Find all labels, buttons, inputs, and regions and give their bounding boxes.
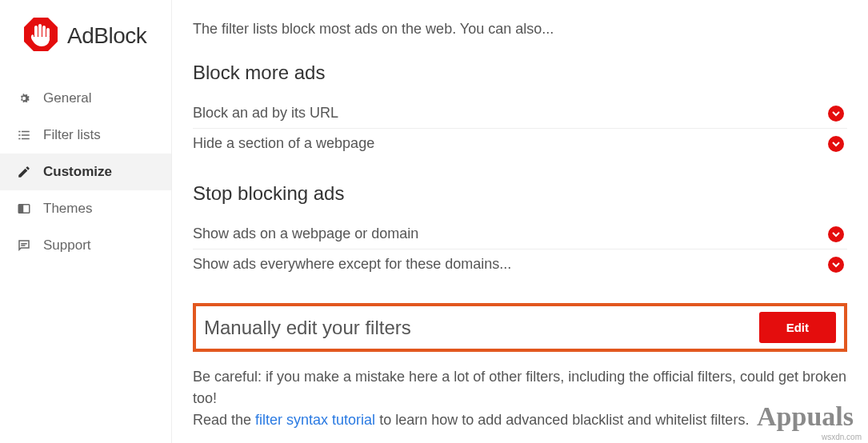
block-more-section: Block more ads Block an ad by its URL Hi… bbox=[193, 62, 847, 158]
manual-edit-title: Manually edit your filters bbox=[204, 317, 411, 339]
sidebar-item-label: Themes bbox=[43, 201, 92, 217]
sidebar-item-general[interactable]: General bbox=[0, 80, 171, 117]
pencil-icon bbox=[16, 164, 32, 180]
section-title-block-more: Block more ads bbox=[193, 62, 847, 84]
row-label: Show ads on a webpage or domain bbox=[193, 225, 418, 242]
chevron-down-icon bbox=[828, 257, 844, 273]
svg-rect-10 bbox=[22, 138, 30, 140]
sidebar-item-customize[interactable]: Customize bbox=[0, 154, 171, 190]
chevron-down-icon bbox=[828, 106, 844, 122]
gear-icon bbox=[16, 90, 32, 106]
svg-rect-8 bbox=[22, 134, 30, 136]
filter-syntax-link[interactable]: filter syntax tutorial bbox=[255, 412, 375, 428]
svg-rect-4 bbox=[46, 28, 50, 38]
row-show-ads-domain[interactable]: Show ads on a webpage or domain bbox=[193, 219, 847, 249]
row-block-by-url[interactable]: Block an ad by its URL bbox=[193, 98, 847, 129]
list-icon bbox=[16, 127, 32, 143]
brand-logo: AdBlock bbox=[0, 16, 171, 80]
svg-rect-7 bbox=[18, 134, 20, 136]
svg-rect-6 bbox=[22, 131, 30, 133]
footer-warning: Be careful: if you make a mistake here a… bbox=[193, 366, 847, 431]
edit-button[interactable]: Edit bbox=[759, 312, 836, 343]
svg-rect-12 bbox=[18, 205, 23, 214]
row-label: Show ads everywhere except for these dom… bbox=[193, 256, 511, 273]
sidebar-item-themes[interactable]: Themes bbox=[0, 190, 171, 227]
chat-icon bbox=[16, 237, 32, 253]
svg-rect-13 bbox=[21, 243, 27, 245]
sidebar-item-support[interactable]: Support bbox=[0, 227, 171, 264]
section-title-stop-blocking: Stop blocking ads bbox=[193, 182, 847, 205]
footer-line1: Be careful: if you make a mistake here a… bbox=[193, 369, 846, 406]
sidebar: AdBlock General Filter lists Customize bbox=[0, 0, 172, 443]
stop-blocking-section: Stop blocking ads Show ads on a webpage … bbox=[193, 182, 847, 279]
sidebar-item-filter-lists[interactable]: Filter lists bbox=[0, 117, 171, 154]
row-hide-section[interactable]: Hide a section of a webpage bbox=[193, 129, 847, 158]
footer-line2-suffix: to learn how to add advanced blacklist a… bbox=[375, 412, 749, 428]
svg-rect-3 bbox=[42, 26, 46, 38]
chevron-down-icon bbox=[828, 226, 844, 242]
svg-rect-2 bbox=[38, 24, 42, 38]
sidebar-item-label: General bbox=[43, 90, 91, 106]
svg-rect-5 bbox=[18, 131, 20, 133]
sidebar-nav: General Filter lists Customize Themes bbox=[0, 80, 171, 264]
svg-rect-9 bbox=[18, 138, 20, 140]
svg-rect-14 bbox=[21, 245, 25, 246]
image-icon bbox=[16, 201, 32, 217]
chevron-down-icon bbox=[828, 136, 844, 152]
sidebar-item-label: Customize bbox=[43, 164, 112, 180]
brand-name: AdBlock bbox=[67, 23, 146, 49]
row-label: Block an ad by its URL bbox=[193, 105, 338, 122]
footer-line2-prefix: Read the bbox=[193, 412, 255, 428]
sidebar-item-label: Filter lists bbox=[43, 127, 101, 143]
row-show-ads-except[interactable]: Show ads everywhere except for these dom… bbox=[193, 249, 847, 279]
main-content: The filter lists block most ads on the w… bbox=[172, 0, 868, 443]
svg-rect-1 bbox=[34, 26, 38, 38]
intro-text: The filter lists block most ads on the w… bbox=[193, 21, 847, 38]
stop-hand-icon bbox=[22, 16, 59, 56]
sidebar-item-label: Support bbox=[43, 237, 91, 253]
row-label: Hide a section of a webpage bbox=[193, 135, 374, 152]
manual-edit-highlight: Manually edit your filters Edit bbox=[193, 303, 847, 352]
